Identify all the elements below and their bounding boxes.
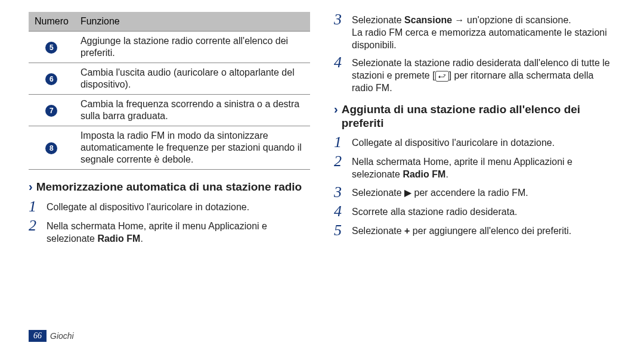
chevron-right-icon: › xyxy=(334,103,338,115)
memo-steps-cont: 3 Selezionate Scansione → un'opzione di … xyxy=(334,12,615,95)
step-item: 3 Selezionate ▶ per accendere la radio F… xyxy=(334,185,615,200)
step-item: 2 Nella schermata Home, aprite il menu A… xyxy=(29,218,310,245)
row-number-cell: 5 xyxy=(29,32,75,63)
step-text: Collegate al dispositivo l'auricolare in… xyxy=(47,199,310,214)
step-number: 4 xyxy=(334,204,352,219)
row-desc-cell: Cambia l'uscita audio (auricolare o alto… xyxy=(75,63,310,95)
step-text: Nella schermata Home, aprite il menu App… xyxy=(47,218,310,245)
number-badge-icon: 7 xyxy=(45,105,57,117)
number-badge-icon: 6 xyxy=(45,73,57,85)
step-item: 4 Selezionate la stazione radio desidera… xyxy=(334,55,615,94)
fav-steps: 1 Collegate al dispositivo l'auricolare … xyxy=(334,135,615,238)
row-desc-cell: Aggiunge la stazione radio corrente all'… xyxy=(75,32,310,63)
memo-steps: 1 Collegate al dispositivo l'auricolare … xyxy=(29,199,310,245)
table-row: 6 Cambia l'uscita audio (auricolare o al… xyxy=(29,63,310,95)
play-icon: ▶ xyxy=(404,188,411,198)
step-item: 4 Scorrete alla stazione radio desiderat… xyxy=(334,204,615,219)
step-number: 4 xyxy=(334,55,352,70)
step-number: 5 xyxy=(334,223,352,238)
step-number: 2 xyxy=(29,218,47,233)
row-number-cell: 8 xyxy=(29,126,75,170)
memo-heading-text: Memorizzazione automatica di una stazion… xyxy=(36,180,302,194)
step-item: 2 Nella schermata Home, aprite il menu A… xyxy=(334,154,615,181)
number-badge-icon: 8 xyxy=(45,142,57,154)
row-number-cell: 7 xyxy=(29,95,75,126)
step-text: Selezionate Scansione → un'opzione di sc… xyxy=(352,12,615,51)
function-table: Numero Funzione 5 Aggiunge la stazione r… xyxy=(29,12,310,170)
step-number: 3 xyxy=(334,185,352,200)
row-desc-cell: Cambia la frequenza scorrendo a sinistra… xyxy=(75,95,310,126)
step-item: 1 Collegate al dispositivo l'auricolare … xyxy=(334,135,615,150)
step-number: 2 xyxy=(334,154,352,169)
step-number: 3 xyxy=(334,12,352,27)
table-header-row: Numero Funzione xyxy=(29,12,310,32)
fav-heading: › Aggiunta di una stazione radio all'ele… xyxy=(334,103,615,130)
table-row: 8 Imposta la radio FM in modo da sintoni… xyxy=(29,126,310,170)
step-text: Nella schermata Home, aprite il menu App… xyxy=(352,154,615,181)
page-body: Numero Funzione 5 Aggiunge la stazione r… xyxy=(29,12,615,248)
step-text: Selezionate la stazione radio desiderata… xyxy=(352,55,615,94)
right-column: 3 Selezionate Scansione → un'opzione di … xyxy=(334,12,615,248)
step-number: 1 xyxy=(29,199,47,214)
back-key-icon: ⮐ xyxy=(435,71,449,82)
step-number: 1 xyxy=(334,135,352,150)
fav-heading-text: Aggiunta di una stazione radio all'elenc… xyxy=(342,103,615,130)
number-badge-icon: 5 xyxy=(45,42,57,54)
left-column: Numero Funzione 5 Aggiunge la stazione r… xyxy=(29,12,310,248)
step-item: 1 Collegate al dispositivo l'auricolare … xyxy=(29,199,310,214)
table-row: 5 Aggiunge la stazione radio corrente al… xyxy=(29,32,310,63)
step-text: Selezionate ▶ per accendere la radio FM. xyxy=(352,185,615,200)
chevron-right-icon: › xyxy=(29,180,33,192)
step-text: Selezionate + per aggiungere all'elenco … xyxy=(352,223,615,238)
page-number: 66 xyxy=(29,330,47,342)
step-item: 3 Selezionate Scansione → un'opzione di … xyxy=(334,12,615,51)
step-item: 5 Selezionate + per aggiungere all'elenc… xyxy=(334,223,615,238)
row-number-cell: 6 xyxy=(29,63,75,95)
table-row: 7 Cambia la frequenza scorrendo a sinist… xyxy=(29,95,310,126)
col-head-function: Funzione xyxy=(75,12,310,32)
step-text: Scorrete alla stazione radio desiderata. xyxy=(352,204,615,219)
step-text: Collegate al dispositivo l'auricolare in… xyxy=(352,135,615,149)
page-footer: 66 Giochi xyxy=(29,330,74,342)
row-desc-cell: Imposta la radio FM in modo da sintonizz… xyxy=(75,126,310,170)
section-name: Giochi xyxy=(50,331,74,341)
memo-heading: › Memorizzazione automatica di una stazi… xyxy=(29,180,310,194)
col-head-number: Numero xyxy=(29,12,75,32)
